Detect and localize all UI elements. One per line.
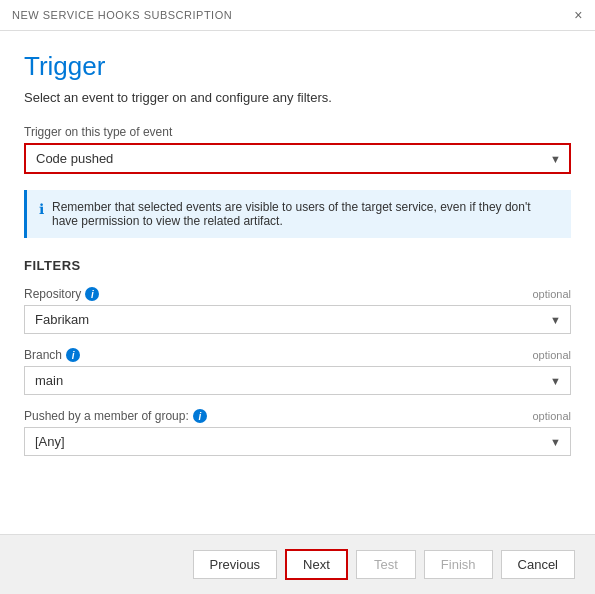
repository-info-icon[interactable]: i [85,287,99,301]
group-select-wrapper: [Any] Administrators Contributors ▼ [24,427,571,456]
info-icon: ℹ [39,201,44,217]
content-area: Trigger Select an event to trigger on an… [0,31,595,521]
trigger-label: Trigger on this type of event [24,125,571,139]
branch-select-wrapper: main develop feature/test ▼ [24,366,571,395]
cancel-button[interactable]: Cancel [501,550,575,579]
next-button[interactable]: Next [285,549,348,580]
group-filter: Pushed by a member of group: i optional … [24,409,571,456]
filters-section: FILTERS Repository i optional Fabrikam F… [24,258,571,456]
previous-button[interactable]: Previous [193,550,278,579]
branch-filter: Branch i optional main develop feature/t… [24,348,571,395]
repository-optional: optional [532,288,571,300]
repository-label-row: Repository i optional [24,287,571,301]
group-label: Pushed by a member of group: i [24,409,207,423]
repository-filter: Repository i optional Fabrikam FabrikamF… [24,287,571,334]
branch-optional: optional [532,349,571,361]
page-title: Trigger [24,51,571,82]
trigger-form-group: Trigger on this type of event Code pushe… [24,125,571,174]
group-optional: optional [532,410,571,422]
repository-label: Repository i [24,287,99,301]
info-message: Remember that selected events are visibl… [52,200,559,228]
repository-select-wrapper: Fabrikam FabrikamFiber MyRepo ▼ [24,305,571,334]
info-box: ℹ Remember that selected events are visi… [24,190,571,238]
branch-select[interactable]: main develop feature/test [24,366,571,395]
page-subtitle: Select an event to trigger on and config… [24,90,571,105]
title-bar: NEW SERVICE HOOKS SUBSCRIPTION × [0,0,595,31]
group-label-text: Pushed by a member of group: [24,409,189,423]
trigger-select[interactable]: Code pushed Build completed Work item co… [24,143,571,174]
trigger-select-wrapper: Code pushed Build completed Work item co… [24,143,571,174]
repository-label-text: Repository [24,287,81,301]
footer: Previous Next Test Finish Cancel [0,534,595,594]
group-info-icon[interactable]: i [193,409,207,423]
branch-label-text: Branch [24,348,62,362]
branch-label: Branch i [24,348,80,362]
group-select[interactable]: [Any] Administrators Contributors [24,427,571,456]
filters-header: FILTERS [24,258,571,273]
repository-select[interactable]: Fabrikam FabrikamFiber MyRepo [24,305,571,334]
dialog-title: NEW SERVICE HOOKS SUBSCRIPTION [12,9,232,21]
test-button[interactable]: Test [356,550,416,579]
branch-info-icon[interactable]: i [66,348,80,362]
group-label-row: Pushed by a member of group: i optional [24,409,571,423]
close-icon[interactable]: × [574,8,583,22]
branch-label-row: Branch i optional [24,348,571,362]
finish-button[interactable]: Finish [424,550,493,579]
